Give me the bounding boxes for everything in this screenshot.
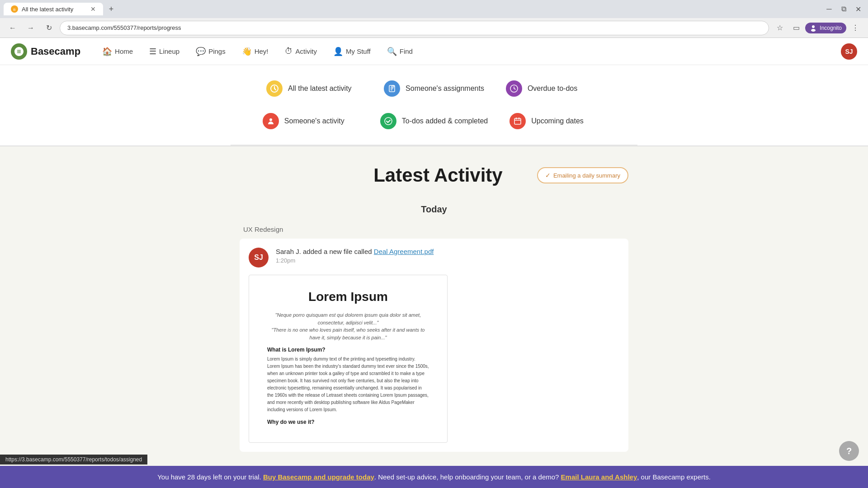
svg-text:B: B xyxy=(13,8,15,12)
upcoming-dates-icon xyxy=(509,113,526,129)
check-icon: ✓ xyxy=(545,172,551,179)
activity-info: Sarah J. added a new file called Deal Ag… xyxy=(276,248,619,264)
project-label: UX Redesign xyxy=(240,225,628,233)
sidebar-icon[interactable]: ▭ xyxy=(789,21,803,35)
dropdown-item-someones-assignments[interactable]: Someone's assignments xyxy=(373,76,495,101)
latest-activity-icon xyxy=(266,80,283,97)
toolbar-actions: ☆ ▭ Incognito ⋮ xyxy=(773,21,863,35)
incognito-label: Incognito xyxy=(820,25,842,31)
activity-text-before: Sarah J. added a new file called xyxy=(276,248,374,255)
svg-point-10 xyxy=(269,118,272,121)
user-avatar[interactable]: SJ xyxy=(841,43,857,60)
svg-point-3 xyxy=(811,29,816,32)
maximize-button[interactable]: ⧉ xyxy=(837,3,850,15)
page-header: Latest Activity ✓ Emailing a daily summa… xyxy=(240,164,628,186)
trial-text: You have 28 days left on your trial. xyxy=(157,473,261,481)
help-button[interactable]: ? xyxy=(839,441,859,461)
dropdown-item-someones-activity[interactable]: Someone's activity xyxy=(252,108,369,134)
buy-link[interactable]: Buy Basecamp and upgrade today xyxy=(263,473,374,481)
activity-avatar: SJ xyxy=(249,248,269,267)
pdf-subheading2: Why do we use it? xyxy=(267,419,429,425)
app-nav: Basecamp 🏠 Home ☰ Lineup 💬 Pings 👋 Hey! … xyxy=(0,38,868,65)
pdf-subheading1: What is Lorem Ipsum? xyxy=(267,347,429,353)
nav-home[interactable]: 🏠 Home xyxy=(95,43,140,60)
nav-my-stuff[interactable]: 👤 My Stuff xyxy=(326,43,378,60)
pdf-title: Lorem Ipsum xyxy=(267,290,429,304)
todos-added-completed-icon xyxy=(380,113,396,129)
back-button[interactable]: ← xyxy=(5,21,20,35)
more-button[interactable]: ⋮ xyxy=(848,21,863,35)
overdue-todos-icon xyxy=(506,80,522,97)
tab-bar: B All the latest activity ✕ + xyxy=(4,3,118,15)
pdf-body: Lorem Ipsum is simply dummy text of the … xyxy=(267,356,429,413)
refresh-button[interactable]: ↻ xyxy=(42,21,56,35)
pdf-preview: Lorem Ipsum "Neque porro quisquam est qu… xyxy=(249,275,448,443)
tab-close-button[interactable]: ✕ xyxy=(90,5,96,13)
activity-header: SJ Sarah J. added a new file called Deal… xyxy=(249,248,619,267)
bookmark-icon[interactable]: ☆ xyxy=(773,21,787,35)
active-tab[interactable]: B All the latest activity ✕ xyxy=(4,3,103,15)
page-title: Latest Activity xyxy=(339,164,537,186)
window-controls: ─ ⧉ ✕ xyxy=(823,3,864,15)
new-tab-button[interactable]: + xyxy=(105,3,118,15)
basecamp-logo[interactable]: Basecamp xyxy=(11,43,80,60)
logo-icon xyxy=(11,43,27,60)
close-window-button[interactable]: ✕ xyxy=(852,3,864,15)
hey-icon: 👋 xyxy=(242,47,252,56)
home-icon: 🏠 xyxy=(102,47,112,56)
browser-chrome: B All the latest activity ✕ + ─ ⧉ ✕ ← → … xyxy=(0,0,868,38)
address-bar[interactable]: 3.basecamp.com/5550377/reports/progress xyxy=(60,21,769,35)
email-link[interactable]: Email Laura and Ashley xyxy=(561,473,637,481)
logo-text: Basecamp xyxy=(31,46,80,57)
dropdown-item-overdue-todos[interactable]: Overdue to-dos xyxy=(495,76,613,101)
svg-point-11 xyxy=(385,117,392,125)
tab-title: All the latest activity xyxy=(22,6,73,13)
url-text: 3.basecamp.com/5550377/reports/progress xyxy=(67,24,181,31)
dropdown-item-todos-added-completed[interactable]: To-dos added & completed xyxy=(369,108,499,134)
activity-card: SJ Sarah J. added a new file called Deal… xyxy=(240,239,628,452)
activity-icon: ⏱ xyxy=(285,47,293,56)
my-stuff-icon: 👤 xyxy=(333,47,343,56)
activity-time: 1:20pm xyxy=(276,257,619,264)
pings-icon: 💬 xyxy=(196,47,206,56)
svg-point-2 xyxy=(812,25,815,28)
svg-point-9 xyxy=(392,85,394,87)
tab-favicon: B xyxy=(11,5,18,13)
trial-banner: You have 28 days left on your trial. Buy… xyxy=(0,466,868,488)
someones-assignments-icon xyxy=(384,80,400,97)
dropdown-item-latest-activity[interactable]: All the latest activity xyxy=(255,76,373,101)
someones-activity-icon xyxy=(263,113,279,129)
find-icon: 🔍 xyxy=(387,47,397,56)
activity-dropdown-menu: All the latest activity Someone's assign… xyxy=(231,65,637,145)
dropdown-item-upcoming-dates[interactable]: Upcoming dates xyxy=(499,108,616,134)
minimize-button[interactable]: ─ xyxy=(823,3,835,15)
forward-button[interactable]: → xyxy=(24,21,38,35)
nav-find[interactable]: 🔍 Find xyxy=(380,43,420,60)
activity-text: Sarah J. added a new file called Deal Ag… xyxy=(276,248,619,255)
lineup-icon: ☰ xyxy=(149,47,156,56)
dropdown-container: All the latest activity Someone's assign… xyxy=(0,65,868,146)
browser-toolbar: ← → ↻ 3.basecamp.com/5550377/reports/pro… xyxy=(0,18,868,38)
status-bar: https://3.basecamp.com/5550377/reports/t… xyxy=(0,455,147,465)
nav-lineup[interactable]: ☰ Lineup xyxy=(142,43,187,60)
svg-rect-12 xyxy=(514,118,521,124)
pdf-quote1: "Neque porro quisquam est qui dolorem ip… xyxy=(267,311,429,341)
email-summary-label: Emailing a daily summary xyxy=(553,172,620,179)
email-summary-button[interactable]: ✓ Emailing a daily summary xyxy=(537,167,628,183)
file-link[interactable]: Deal Agreement.pdf xyxy=(374,248,434,255)
nav-items: 🏠 Home ☰ Lineup 💬 Pings 👋 Hey! ⏱ Activit… xyxy=(95,43,841,60)
content-wrapper: Latest Activity ✓ Emailing a daily summa… xyxy=(231,146,637,479)
nav-hey[interactable]: 👋 Hey! xyxy=(235,43,276,60)
advice-text: Need set-up advice, help onboarding your… xyxy=(378,473,559,481)
nav-pings[interactable]: 💬 Pings xyxy=(189,43,233,60)
incognito-button[interactable]: Incognito xyxy=(805,23,846,33)
section-date: Today xyxy=(240,204,628,215)
nav-activity[interactable]: ⏱ Activity xyxy=(278,43,325,60)
main-content: Latest Activity ✓ Emailing a daily summa… xyxy=(0,146,868,479)
browser-titlebar: B All the latest activity ✕ + ─ ⧉ ✕ xyxy=(0,0,868,18)
